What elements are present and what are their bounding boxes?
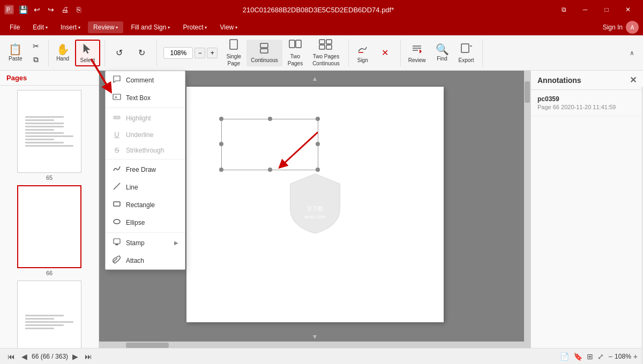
print-icon[interactable]: 🖨 — [60, 5, 70, 14]
page-num-66: 66 — [46, 270, 53, 276]
redo-icon[interactable]: ↪ — [46, 5, 56, 14]
dd-freedraw[interactable]: Free Draw — [106, 161, 185, 178]
svg-point-25 — [114, 219, 120, 224]
dd-rectangle[interactable]: Rectangle — [106, 196, 185, 214]
annotations-close-button[interactable]: ✕ — [630, 75, 637, 85]
copy-button[interactable]: ⧉ — [28, 54, 44, 66]
menu-view-arrow: ▾ — [235, 25, 237, 30]
dd-line-label: Line — [126, 184, 138, 191]
dd-textbox[interactable]: A Text Box — [106, 89, 185, 107]
annotations-panel: Annotations ✕ pc0359 Page 66 2020-11-20 … — [530, 71, 643, 348]
thumb-img-66 — [17, 185, 81, 268]
sign-button[interactable]: Sign — [352, 40, 373, 66]
menu-insert[interactable]: Insert ▾ — [55, 21, 86, 33]
status-grid-icon[interactable]: ⊞ — [587, 352, 593, 361]
svg-rect-3 — [230, 40, 237, 49]
svg-rect-24 — [114, 202, 120, 206]
nav-next-button[interactable]: ▶ — [70, 351, 80, 362]
dd-strikethrough-label: Strikethrough — [126, 147, 164, 154]
stamp-submenu-arrow: ▶ — [174, 240, 178, 246]
menu-file[interactable]: File — [4, 21, 25, 33]
svg-rect-14 — [461, 44, 469, 52]
zoom-in-button[interactable]: + — [633, 352, 638, 361]
restore-btn[interactable]: ⧉ — [553, 0, 574, 19]
window-controls: ⧉ ─ □ ✕ — [553, 0, 639, 19]
menu-protect[interactable]: Protect ▾ — [177, 21, 212, 33]
toolbar-collapse-button[interactable]: ∧ — [625, 47, 639, 59]
svg-rect-6 — [289, 40, 295, 48]
dd-ellipse-label: Ellipse — [126, 219, 145, 226]
paste-button[interactable]: 📋 Paste — [4, 40, 27, 66]
menu-edit-arrow: ▾ — [46, 25, 48, 30]
share-icon[interactable]: ⎘ — [74, 5, 84, 14]
annotations-header: Annotations ✕ — [531, 71, 643, 90]
zoom-out-button[interactable]: − — [608, 352, 612, 361]
zoom-input[interactable] — [163, 47, 193, 59]
rotate-left-button[interactable]: ↺ — [108, 47, 130, 59]
save-icon[interactable]: 💾 — [18, 5, 28, 14]
status-bookmark-icon[interactable]: 🔖 — [573, 352, 582, 361]
rotate-right-button[interactable]: ↻ — [131, 47, 152, 59]
cut-button[interactable]: ✂ — [28, 40, 44, 52]
menu-fill-sign[interactable]: Fill and Sign ▾ — [125, 21, 175, 33]
menu-view[interactable]: View ▾ — [214, 21, 243, 33]
dd-ellipse[interactable]: Ellipse — [106, 214, 185, 231]
zoom-minus-button[interactable]: − — [195, 48, 205, 58]
menu-fill-sign-arrow: ▾ — [168, 25, 170, 30]
dd-stamp[interactable]: Stamp ▶ — [106, 234, 185, 252]
find-button[interactable]: 🔍 Find — [431, 40, 453, 66]
textbox-icon: A — [112, 93, 122, 103]
signin-button[interactable]: Sign In A — [603, 21, 639, 34]
review-button[interactable]: Review — [404, 40, 430, 66]
titlebar: P 💾 ↩ ↪ 🖨 ⎘ 210C012688B2DB08D3E5C5D2EDB6… — [0, 0, 643, 19]
svg-marker-2 — [84, 44, 90, 54]
zoom-plus-button[interactable]: + — [207, 48, 218, 58]
dd-attach[interactable]: Attach — [106, 252, 185, 269]
undo-icon[interactable]: ↩ — [32, 5, 42, 14]
dd-line[interactable]: Line — [106, 178, 185, 196]
export-button[interactable]: Export — [454, 40, 478, 66]
rotate-right-icon: ↻ — [138, 48, 145, 58]
sign-cancel-button[interactable]: ✕ — [375, 40, 396, 66]
dd-sep-2 — [106, 159, 185, 160]
close-btn[interactable]: ✕ — [617, 0, 639, 19]
svg-rect-27 — [115, 244, 118, 245]
select-button[interactable]: Select — [75, 40, 101, 66]
dd-comment[interactable]: Comment — [106, 71, 185, 89]
page-thumb-66[interactable]: 66 — [17, 185, 81, 276]
menu-review[interactable]: Review ▾ — [88, 21, 123, 33]
svg-text:P: P — [6, 7, 10, 13]
scroll-vertical[interactable] — [524, 71, 530, 348]
annotation-item-0[interactable]: pc0359 Page 66 2020-11-20 11:41:59 — [531, 90, 643, 116]
minimize-btn[interactable]: ─ — [574, 0, 596, 19]
two-pages-cont-button[interactable]: Two Pages Continuous — [308, 40, 344, 66]
page-thumb-65[interactable]: 65 — [17, 90, 81, 181]
continuous-button[interactable]: Continuous — [246, 40, 282, 66]
strikethrough-icon: S — [112, 146, 122, 154]
menu-edit[interactable]: Edit ▾ — [27, 21, 53, 33]
pages-sidebar: Pages — [0, 71, 99, 348]
find-icon: 🔍 — [436, 44, 449, 55]
scroll-horizontal[interactable] — [99, 342, 524, 348]
two-pages-button[interactable]: Two Pages — [283, 40, 307, 66]
window-title: 210C012688B2DB08D3E5C5D2EDB6DD74.pdf* — [84, 6, 553, 14]
maximize-btn[interactable]: □ — [596, 0, 617, 19]
status-doc-icon[interactable]: 📄 — [560, 352, 569, 361]
nav-first-button[interactable]: ⏮ — [5, 351, 17, 362]
underline-icon: U — [112, 131, 122, 139]
page-thumb-67[interactable]: 67 — [17, 280, 81, 348]
nav-prev-button[interactable]: ◀ — [19, 351, 29, 362]
status-fit-icon[interactable]: ⤢ — [597, 352, 604, 361]
svg-text:A: A — [115, 95, 117, 99]
svg-rect-22 — [114, 116, 120, 119]
scroll-thumb-v — [525, 81, 530, 103]
single-page-button[interactable]: Single Page — [222, 40, 245, 66]
nav-last-button[interactable]: ⏭ — [83, 351, 94, 362]
hand-button[interactable]: ✋ Hand — [52, 40, 74, 66]
comment-icon — [112, 75, 122, 85]
tools-group: ✋ Hand Select — [52, 40, 106, 66]
dd-sep-1 — [106, 108, 185, 108]
rotate-left-icon: ↺ — [116, 48, 123, 58]
scroll-thumb-h — [126, 343, 169, 348]
svg-text:安下载: 安下载 — [307, 206, 323, 211]
